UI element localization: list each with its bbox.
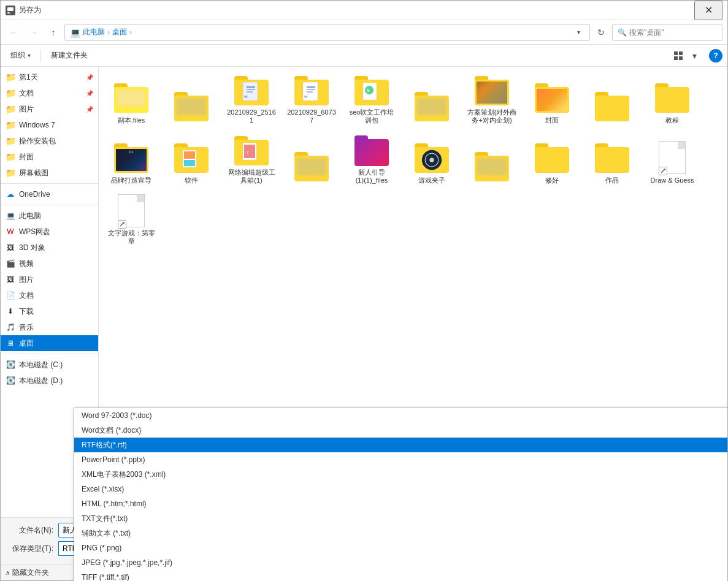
svg-text:W: W: [304, 95, 308, 99]
file-name-jiaocheng: 教程: [665, 116, 679, 124]
file-item-20210929-25161[interactable]: W 20210929_25161: [224, 72, 279, 127]
refresh-button[interactable]: ↻: [592, 24, 610, 41]
dropdown-tiff[interactable]: TIFF (*.tiff,*.tif): [74, 570, 727, 581]
dropdown-xlsx[interactable]: Excel (*.xlsx): [74, 482, 727, 496]
file-item-pinpai[interactable]: 01 品牌打造宣导: [104, 132, 159, 187]
download-icon: ⬇: [6, 306, 15, 316]
file-name-xinrendaoyindao: 新人引导(1)(1)_files: [356, 169, 388, 184]
sidebar-item-pics[interactable]: 📁 图片 📌: [1, 101, 98, 117]
dropdown-jpeg[interactable]: JPEG (*.jpg,*.jpeg,*.jpe,*.jif): [74, 555, 727, 570]
music-icon: 🎵: [6, 322, 15, 332]
file-item-14[interactable]: [284, 132, 339, 187]
sidebar-item-video[interactable]: 🎬 视频: [1, 256, 98, 272]
file-name-pinpai: 品牌打造宣导: [111, 177, 151, 184]
separator-2: [1, 205, 98, 205]
file-item-2[interactable]: [164, 72, 219, 127]
title-bar-title: 另存为: [19, 5, 694, 15]
svg-point-28: [429, 158, 434, 162]
sidebar-item-locald[interactable]: 💽 本地磁盘 (D:): [1, 373, 98, 389]
sidebar-item-win7[interactable]: 📁 Windows 7: [1, 117, 98, 133]
up-button[interactable]: ↑: [45, 24, 62, 41]
dropdown-doc97[interactable]: Word 97-2003 (*.doc): [74, 408, 727, 423]
hidden-files-toggle[interactable]: ∧ 隐藏文件夹: [6, 568, 49, 578]
svg-rect-3: [674, 51, 678, 55]
sidebar-item-install[interactable]: 📁 操作安装包: [1, 133, 98, 149]
dropdown-xml2003[interactable]: XML电子表格2003 (*.xml): [74, 467, 727, 482]
new-folder-button[interactable]: 新建文件夹: [46, 48, 93, 64]
sidebar-item-pics2[interactable]: 🖼 图片: [1, 272, 98, 287]
dropdown-rtf[interactable]: RTF格式(*.rtf): [74, 438, 727, 452]
title-bar: 另存为 ✕: [1, 1, 727, 20]
sidebar-item-thispc[interactable]: 💻 此电脑: [1, 208, 98, 224]
sidebar-item-onedrive[interactable]: ☁ OneDrive: [1, 186, 98, 202]
file-item-17[interactable]: [464, 132, 519, 187]
sidebar-item-download[interactable]: ⬇ 下载: [1, 303, 98, 319]
view-toggle-button[interactable]: [670, 48, 687, 64]
file-item-plan[interactable]: 方案策划(对外商务+对内企划): [464, 72, 519, 127]
sidebar-item-wps[interactable]: W WPS网盘: [1, 224, 98, 240]
address-dropdown-button[interactable]: ▾: [572, 26, 584, 39]
dropdown-png[interactable]: PNG (*.png): [74, 541, 727, 555]
folder-icon-screenshot: 📁: [6, 168, 15, 178]
dropdown-pptx[interactable]: PowerPoint (*.pptx): [74, 452, 727, 467]
address-sep1: ›: [107, 28, 110, 37]
folder-icon-6: [413, 89, 450, 123]
file-item-xinrendaoyindao[interactable]: 新人引导(1)(1)_files: [344, 132, 399, 187]
sidebar-item-day1[interactable]: 📁 第1天 📌: [1, 69, 98, 85]
file-name-seo: seo软文工作培训包: [347, 108, 397, 124]
file-item-6[interactable]: [404, 72, 459, 127]
back-button[interactable]: ←: [6, 24, 23, 41]
file-name-plan: 方案策划(对外商务+对内企划): [467, 108, 517, 124]
sidebar-item-music[interactable]: 🎵 音乐: [1, 319, 98, 335]
svg-rect-22: [184, 151, 195, 159]
dropdown-txt[interactable]: TXT文件(*.txt): [74, 511, 727, 526]
sidebar-item-3d[interactable]: 🖼 3D 对象: [1, 240, 98, 256]
file-item-plain9[interactable]: [584, 72, 640, 127]
file-item-wangluobianjis[interactable]: T 网络编辑超级工具箱(1): [224, 132, 279, 187]
address-part-desktop[interactable]: 桌面: [112, 27, 127, 37]
help-button[interactable]: ?: [709, 49, 722, 63]
folder-icon-cover: 📁: [6, 152, 15, 162]
close-button[interactable]: ✕: [694, 1, 722, 20]
sidebar-item-screenshot[interactable]: 📁 屏幕截图: [1, 165, 98, 181]
file-item-ruanjian[interactable]: 软件: [164, 132, 219, 187]
file-name-drawguess: Draw & Guess: [651, 177, 694, 184]
svg-rect-5: [674, 56, 678, 60]
svg-rect-25: [244, 145, 255, 158]
file-item-youxi[interactable]: 游戏夹子: [404, 132, 459, 187]
file-item-wenzi[interactable]: 文字游戏：第零章: [104, 192, 159, 247]
file-item-drawguess[interactable]: Draw & Guess: [645, 132, 700, 187]
file-item-副本files[interactable]: 副本.files: [104, 72, 159, 127]
file-item-jiaocheng[interactable]: 教程: [645, 72, 700, 127]
folder-icon-win7: 📁: [6, 120, 15, 130]
search-input[interactable]: [629, 28, 717, 37]
folder-icon-14: [293, 150, 330, 183]
file-item-xiuhao[interactable]: 修好: [524, 132, 580, 187]
view-dropdown-button[interactable]: ▾: [689, 48, 699, 64]
dropdown-auxtxt[interactable]: 辅助文本 (*.txt): [74, 526, 727, 541]
sidebar-item-docs[interactable]: 📁 文档 📌: [1, 85, 98, 101]
file-item-zuopin[interactable]: 作品: [584, 132, 640, 187]
organize-button[interactable]: 组织 ▾: [6, 48, 36, 64]
sidebar-item-docs2[interactable]: 📄 文档: [1, 287, 98, 303]
sidebar-item-desktop[interactable]: 🖥 桌面: [1, 335, 98, 351]
wps-icon: W: [6, 227, 15, 237]
folder-icon-day1: 📁: [6, 72, 15, 82]
folder-icon-xiuhao: [534, 142, 570, 175]
address-part-thispc[interactable]: 此电脑: [83, 27, 105, 37]
video-icon: 🎬: [6, 259, 15, 268]
folder-icon-副本files: [113, 82, 150, 115]
svg-rect-2: [7, 12, 10, 13]
sidebar-item-localc[interactable]: 💽 本地磁盘 (C:): [1, 357, 98, 373]
file-item-seo[interactable]: S seo软文工作培训包: [344, 72, 399, 127]
doc-icon-drawguess: [654, 142, 691, 175]
sidebar-item-cover[interactable]: 📁 封面: [1, 149, 98, 165]
forward-button[interactable]: →: [25, 24, 42, 41]
3d-icon: 🖼: [6, 243, 15, 253]
dropdown-html[interactable]: HTML (*.htm;*.html): [74, 496, 727, 511]
file-item-fengmian[interactable]: 封面: [524, 72, 580, 127]
dropdown-docx[interactable]: Word文档 (*.docx): [74, 423, 727, 438]
file-item-20210929-60737[interactable]: W 20210929_60737: [284, 72, 339, 127]
folder-icon-pics: 📁: [6, 104, 15, 114]
file-name-fengmian: 封面: [545, 116, 559, 124]
